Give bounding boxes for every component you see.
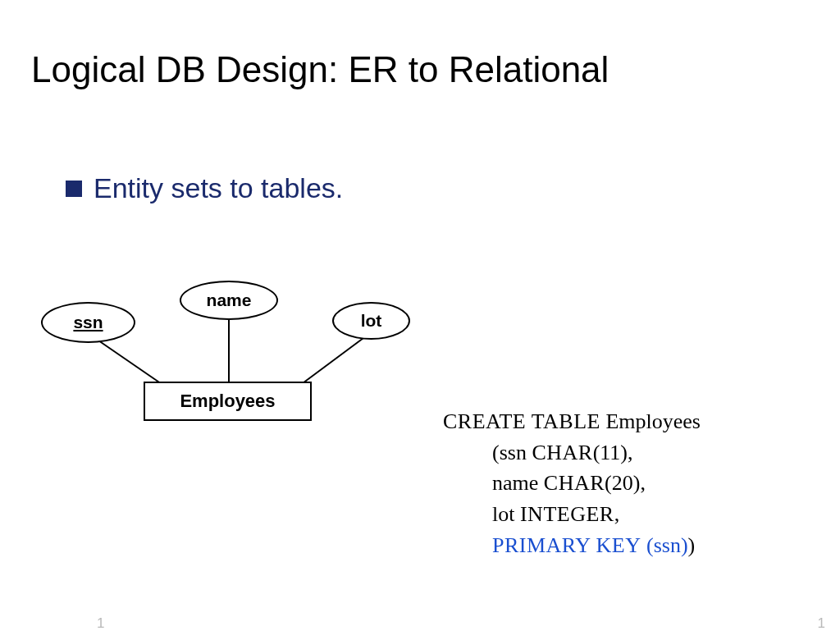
svg-line-0 (98, 341, 164, 386)
sql-type: CHAR (544, 471, 605, 495)
sql-block: CREATE TABLE Employees (ssn CHAR(11), na… (443, 406, 701, 560)
attribute-ssn: ssn (41, 302, 135, 343)
sql-text: (20), (605, 471, 646, 495)
sql-type: CHAR (532, 441, 592, 464)
sql-line-3: name CHAR(20), (443, 468, 701, 499)
attribute-name: name (180, 281, 278, 320)
sql-text: name (492, 471, 544, 495)
entity-label: Employees (180, 391, 275, 412)
sql-line-1: CREATE TABLE Employees (443, 406, 701, 437)
sql-text: lot (492, 502, 520, 526)
sql-text: (ssn (492, 441, 532, 464)
er-diagram: ssn name lot Employees (37, 271, 422, 435)
bullet-text: Entity sets to tables. (94, 172, 343, 204)
sql-type: INTEGER (520, 502, 614, 526)
sql-text: , (614, 502, 620, 526)
sql-pk-arg: (ssn) (641, 533, 688, 557)
attribute-lot-label: lot (361, 311, 382, 331)
attribute-name-label: name (207, 290, 252, 310)
sql-keyword: CREATE TABLE (443, 409, 600, 433)
slide-title: Logical DB Design: ER to Relational (31, 49, 609, 90)
sql-text: (11), (593, 441, 633, 464)
svg-line-2 (299, 338, 363, 386)
sql-line-5: PRIMARY KEY (ssn)) (443, 530, 701, 561)
sql-primary-key: PRIMARY KEY (492, 533, 641, 557)
sql-identifier: Employees (600, 409, 701, 433)
attribute-ssn-label: ssn (73, 313, 103, 332)
sql-line-2: (ssn CHAR(11), (443, 437, 701, 469)
sql-line-4: lot INTEGER, (443, 499, 701, 530)
bullet-marker-icon (66, 181, 82, 197)
page-number-right: 1 (818, 615, 825, 632)
entity-employees: Employees (144, 382, 312, 421)
bullet-item: Entity sets to tables. (66, 172, 343, 204)
attribute-lot: lot (332, 302, 410, 340)
sql-close-paren: ) (688, 533, 696, 557)
page-number-left: 1 (97, 615, 104, 632)
